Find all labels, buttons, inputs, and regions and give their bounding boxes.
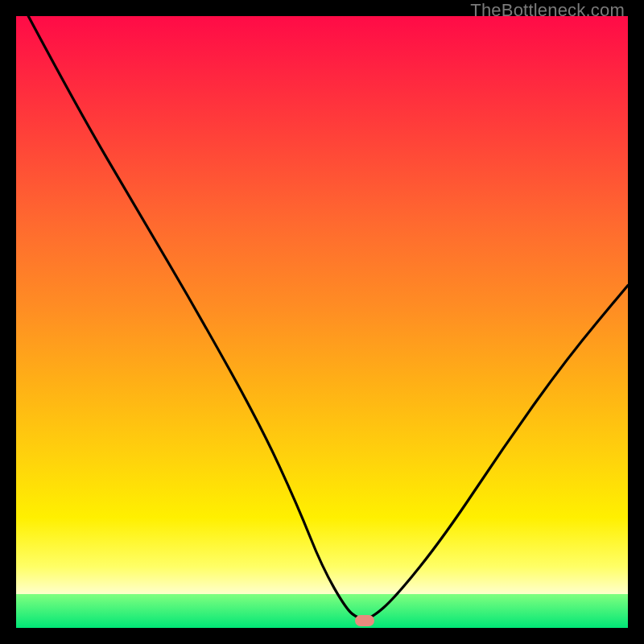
chart-container: TheBottleneck.com xyxy=(0,0,644,644)
optimum-marker xyxy=(355,615,374,626)
bottleneck-curve xyxy=(16,16,628,628)
curve-path xyxy=(28,16,628,619)
